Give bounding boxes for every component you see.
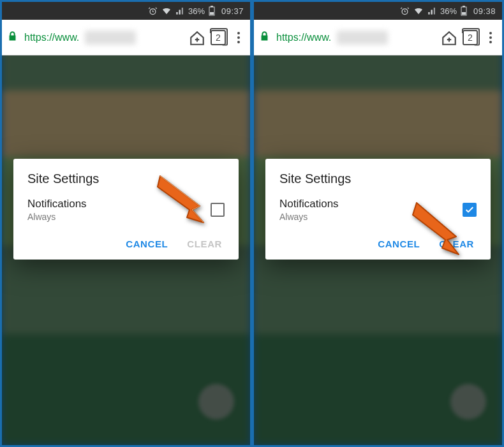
overflow-menu-icon[interactable] xyxy=(232,27,245,48)
row-text: Notifications Always xyxy=(279,198,339,222)
overflow-menu-icon[interactable] xyxy=(484,27,497,48)
screenshot-left: 36% 09:37 https://www. 2 Site Settings N… xyxy=(0,0,252,447)
fab-blur xyxy=(198,384,234,420)
cancel-button[interactable]: CANCEL xyxy=(126,238,168,249)
url-blurred xyxy=(85,31,136,45)
row-text: Notifications Always xyxy=(27,198,87,222)
notifications-checkbox[interactable] xyxy=(463,203,477,217)
dialog-actions: CANCEL CLEAR xyxy=(279,235,477,252)
battery-pct: 36% xyxy=(440,6,457,16)
battery-pct: 36% xyxy=(188,6,205,16)
dialog-actions: CANCEL CLEAR xyxy=(27,235,225,252)
battery-icon xyxy=(461,6,467,16)
status-bar: 36% 09:38 xyxy=(254,2,502,20)
wifi-icon xyxy=(413,6,424,15)
clear-button[interactable]: CLEAR xyxy=(187,238,222,249)
home-add-icon[interactable] xyxy=(441,30,456,45)
notifications-checkbox[interactable] xyxy=(211,203,225,217)
cancel-button[interactable]: CANCEL xyxy=(378,238,420,249)
svg-rect-3 xyxy=(210,12,214,15)
clock-text: 09:38 xyxy=(473,6,496,16)
row-label: Notifications xyxy=(27,198,87,210)
dialog-title: Site Settings xyxy=(279,172,477,186)
home-add-icon[interactable] xyxy=(189,30,204,45)
alarm-icon xyxy=(400,6,410,16)
url-blurred xyxy=(337,31,388,45)
signal-icon xyxy=(175,6,184,15)
dialog-title: Site Settings xyxy=(27,172,225,186)
svg-rect-2 xyxy=(211,6,213,7)
wifi-icon xyxy=(161,6,172,15)
notifications-row[interactable]: Notifications Always xyxy=(279,198,477,222)
svg-rect-6 xyxy=(463,6,465,7)
tab-count[interactable]: 2 xyxy=(211,30,226,45)
battery-icon xyxy=(209,6,215,16)
site-settings-dialog: Site Settings Notifications Always CANCE… xyxy=(265,159,491,260)
clock-text: 09:37 xyxy=(221,6,244,16)
clear-button[interactable]: CLEAR xyxy=(439,238,474,249)
svg-rect-7 xyxy=(462,12,466,15)
alarm-icon xyxy=(148,6,158,16)
browser-url-bar[interactable]: https://www. 2 xyxy=(2,20,250,55)
notifications-row[interactable]: Notifications Always xyxy=(27,198,225,222)
row-sublabel: Always xyxy=(279,212,339,222)
row-label: Notifications xyxy=(279,198,339,210)
screenshot-right: 36% 09:38 https://www. 2 Site Settings N… xyxy=(252,0,504,447)
tab-count[interactable]: 2 xyxy=(463,30,478,45)
browser-url-bar[interactable]: https://www. 2 xyxy=(254,20,502,55)
status-bar: 36% 09:37 xyxy=(2,2,250,20)
signal-icon xyxy=(427,6,436,15)
site-settings-dialog: Site Settings Notifications Always CANCE… xyxy=(13,159,239,260)
lock-icon xyxy=(7,31,18,45)
row-sublabel: Always xyxy=(27,212,87,222)
lock-icon xyxy=(259,31,270,45)
fab-blur xyxy=(450,384,486,420)
